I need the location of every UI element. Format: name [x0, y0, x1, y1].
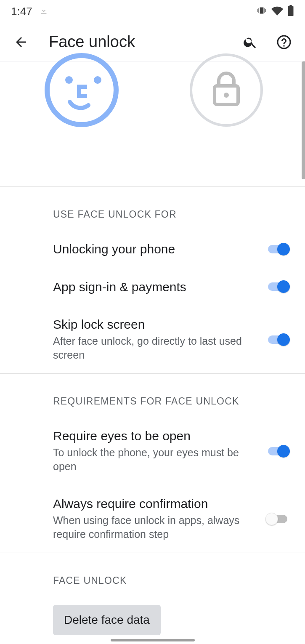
toggle-unlocking-phone[interactable] — [265, 242, 290, 256]
row-title: Skip lock screen — [53, 317, 255, 333]
search-button[interactable] — [241, 33, 260, 51]
hero-illustration — [0, 61, 305, 187]
section-use-for: USE FACE UNLOCK FOR Unlocking your phone… — [0, 187, 305, 373]
status-time: 1:47 — [11, 5, 32, 18]
svg-point-1 — [47, 56, 116, 125]
row-app-signin[interactable]: App sign-in & payments — [0, 268, 305, 306]
arrow-back-icon — [13, 35, 29, 50]
row-title: App sign-in & payments — [53, 279, 255, 295]
toggle-skip-lock-screen[interactable] — [265, 333, 290, 347]
help-icon — [276, 35, 292, 50]
wifi-icon — [271, 5, 283, 18]
toggle-eyes-open[interactable] — [265, 444, 290, 458]
section-header: USE FACE UNLOCK FOR — [0, 187, 305, 230]
lock-icon — [188, 52, 264, 130]
help-button[interactable] — [275, 33, 293, 51]
row-eyes-open[interactable]: Require eyes to be open To unlock the ph… — [0, 417, 305, 485]
section-manage: FACE UNLOCK Delete face data — [0, 553, 305, 644]
toggle-app-signin[interactable] — [265, 279, 290, 294]
section-header: REQUIREMENTS FOR FACE UNLOCK — [0, 374, 305, 417]
row-title: Require eyes to be open — [53, 428, 255, 444]
row-title: Always require confirmation — [53, 496, 255, 512]
page-title: Face unlock — [49, 33, 241, 51]
row-skip-lock-screen[interactable]: Skip lock screen After face unlock, go d… — [0, 306, 305, 373]
download-icon — [39, 6, 48, 17]
back-button[interactable] — [12, 33, 30, 51]
svg-point-3 — [94, 76, 101, 84]
svg-point-2 — [65, 76, 73, 84]
row-subtitle: After face unlock, go directly to last u… — [53, 334, 255, 363]
delete-face-data-button[interactable]: Delete face data — [53, 605, 161, 635]
row-subtitle: To unlock the phone, your eyes must be o… — [53, 446, 255, 474]
search-icon — [243, 35, 258, 50]
section-requirements: REQUIREMENTS FOR FACE UNLOCK Require eye… — [0, 374, 305, 553]
svg-point-6 — [224, 93, 229, 98]
vibrate-icon — [256, 5, 267, 18]
battery-icon — [287, 5, 294, 18]
row-title: Unlocking your phone — [53, 241, 255, 257]
scrollbar[interactable] — [302, 61, 305, 179]
section-header: FACE UNLOCK — [0, 553, 305, 596]
face-icon — [44, 52, 119, 130]
toggle-require-confirmation[interactable] — [265, 512, 290, 526]
row-subtitle: When using face unlock in apps, always r… — [53, 514, 255, 542]
row-unlocking-phone[interactable]: Unlocking your phone — [0, 230, 305, 268]
row-require-confirmation[interactable]: Always require confirmation When using f… — [0, 485, 305, 553]
nav-handle[interactable] — [111, 639, 195, 641]
svg-point-4 — [191, 55, 262, 125]
status-bar: 1:47 — [0, 0, 305, 23]
